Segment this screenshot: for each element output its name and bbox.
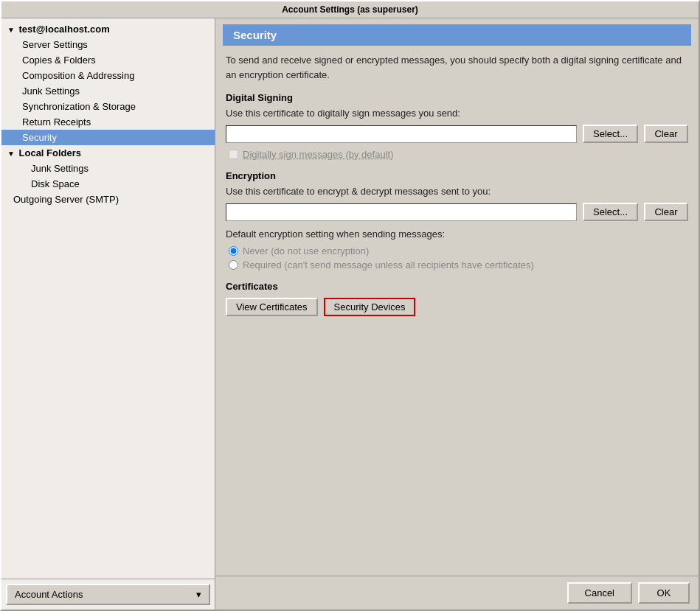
bottom-bar: Cancel OK: [215, 576, 699, 610]
radio-never-row: Never (do not use encryption): [226, 245, 688, 256]
radio-required-row: Required (can't send message unless all …: [226, 259, 688, 270]
titlebar: Account Settings (as superuser): [1, 1, 699, 18]
encryption-clear-button[interactable]: Clear: [644, 203, 688, 221]
cancel-button[interactable]: Cancel: [567, 582, 632, 604]
sidebar-item-sync-storage[interactable]: Synchronization & Storage: [1, 99, 215, 114]
radio-never[interactable]: [229, 246, 238, 256]
account-actions-label: Account Actions: [15, 589, 83, 600]
expander-icon: ▼: [7, 26, 15, 34]
sidebar-item-composition-addressing[interactable]: Composition & Addressing: [1, 68, 215, 83]
encryption-cert-row: Select... Clear: [226, 203, 688, 221]
sidebar-footer: Account Actions ▾: [1, 579, 215, 610]
sidebar: ▼ test@localhost.com Server Settings Cop…: [1, 18, 215, 610]
digital-signing-row: Select... Clear: [226, 125, 688, 143]
window: Account Settings (as superuser) ▼ test@l…: [0, 0, 700, 611]
digital-signing-select-button[interactable]: Select...: [583, 125, 638, 143]
digital-signing-clear-button[interactable]: Clear: [644, 125, 688, 143]
ok-button[interactable]: OK: [638, 582, 690, 604]
encryption-title: Encryption: [226, 170, 688, 181]
sidebar-item-outgoing-server[interactable]: Outgoing Server (SMTP): [1, 192, 215, 207]
radio-never-label: Never (do not use encryption): [243, 245, 369, 256]
sidebar-item-account[interactable]: ▼ test@localhost.com: [1, 21, 215, 37]
main-panel: Security To send and receive signed or e…: [215, 18, 699, 610]
account-actions-arrow: ▾: [196, 589, 201, 600]
encryption-default-description: Default encryption setting when sending …: [226, 228, 688, 240]
digitally-sign-label: Digitally sign messages (by default): [243, 149, 393, 160]
account-label: test@localhost.com: [19, 24, 110, 35]
radio-required-label: Required (can't send message unless all …: [243, 259, 534, 270]
sidebar-item-local-folders[interactable]: ▼ Local Folders: [1, 145, 215, 161]
encryption-description: Use this certificate to encrypt & decryp…: [226, 186, 688, 197]
encryption-cert-input[interactable]: [226, 203, 577, 221]
digital-signing-title: Digital Signing: [226, 92, 688, 103]
sidebar-item-disk-space[interactable]: Disk Space: [1, 176, 215, 192]
section-header: Security: [223, 24, 691, 46]
encryption-select-button[interactable]: Select...: [583, 203, 638, 221]
sidebar-item-security[interactable]: Security: [1, 130, 215, 145]
window-title: Account Settings (as superuser): [282, 4, 418, 15]
certificates-title: Certificates: [226, 281, 688, 292]
intro-text: To send and receive signed or encrypted …: [226, 53, 688, 82]
cert-buttons-row: View Certificates Security Devices: [226, 298, 688, 316]
local-folders-expander-icon: ▼: [7, 150, 15, 158]
certificates-section: Certificates View Certificates Security …: [226, 281, 688, 316]
sidebar-item-local-junk-settings[interactable]: Junk Settings: [1, 161, 215, 176]
sidebar-item-junk-settings[interactable]: Junk Settings: [1, 83, 215, 99]
sidebar-item-copies-folders[interactable]: Copies & Folders: [1, 52, 215, 68]
digital-signing-description: Use this certificate to digitally sign m…: [226, 108, 688, 119]
digitally-sign-checkbox-row: Digitally sign messages (by default): [226, 149, 688, 160]
account-actions-button[interactable]: Account Actions ▾: [6, 584, 210, 605]
digitally-sign-checkbox[interactable]: [229, 150, 238, 159]
security-devices-button[interactable]: Security Devices: [324, 298, 416, 316]
view-certificates-button[interactable]: View Certificates: [226, 298, 318, 316]
sidebar-item-server-settings[interactable]: Server Settings: [1, 37, 215, 52]
radio-required[interactable]: [229, 260, 238, 270]
content-area: ▼ test@localhost.com Server Settings Cop…: [1, 18, 699, 610]
main-content: To send and receive signed or encrypted …: [215, 53, 699, 576]
sidebar-item-return-receipts[interactable]: Return Receipts: [1, 114, 215, 130]
digital-signing-input[interactable]: [226, 125, 577, 143]
sidebar-tree: ▼ test@localhost.com Server Settings Cop…: [1, 18, 215, 579]
